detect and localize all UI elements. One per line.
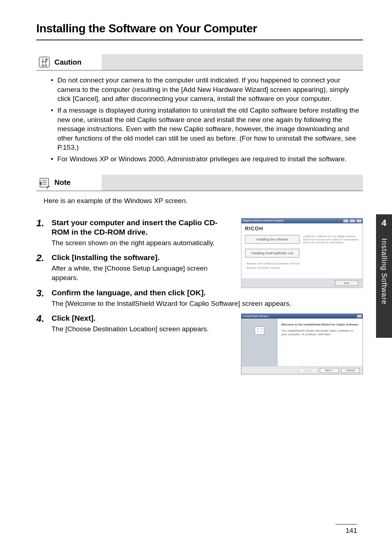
note-icon <box>36 175 52 191</box>
next-button[interactable]: Next > <box>320 368 339 373</box>
wizard-heading: Welcome to the InstallShield Wizard for … <box>281 323 359 326</box>
caution-icon <box>36 54 52 70</box>
caution-item: For Windows XP or Windows 2000, Administ… <box>51 154 363 164</box>
step-4: 4 Click [Next]. The [Choose Destination … <box>36 313 233 334</box>
caution-header: Caution <box>36 54 363 70</box>
step-desc: The screen shown on the right appears au… <box>52 238 233 248</box>
step-title: Start your computer and insert the Capli… <box>52 218 233 237</box>
wizard-body-text: The InstallShield® Wizard will install C… <box>281 329 359 336</box>
install-software-desc: Install the software for the digital cam… <box>303 235 359 244</box>
chapter-title: Installing Software <box>380 238 388 304</box>
svg-point-3 <box>42 65 44 66</box>
caution-label: Caution <box>52 58 81 66</box>
exit-button[interactable]: Exit <box>335 280 358 286</box>
chapter-tab: 4 Installing Software <box>376 214 392 338</box>
step-number: 3 <box>36 288 52 308</box>
step-desc: After a while, the [Choose Setup Languag… <box>52 264 233 282</box>
step-title: Click [Installing the software]. <box>52 253 233 262</box>
steps-list: 1 Start your computer and insert the Cap… <box>36 218 363 374</box>
step-2: 2 Click [Installing the software]. After… <box>36 253 233 283</box>
page-number: 141 <box>335 524 357 535</box>
svg-rect-0 <box>39 57 49 67</box>
minimize-icon[interactable] <box>343 219 349 223</box>
step-number: 1 <box>36 218 52 248</box>
browse-cdrom-link[interactable]: Browse CD-ROM Content <box>246 266 359 270</box>
brand-label: RICOH <box>245 226 359 231</box>
back-button: < Back <box>299 368 318 373</box>
window-title: Digital camera software installer <box>241 219 343 222</box>
maximize-icon[interactable] <box>350 219 355 223</box>
step-title: Confirm the language, and then click [OK… <box>52 288 363 297</box>
caution-list: Do not connect your camera to the comput… <box>36 76 363 175</box>
step-1: 1 Start your computer and insert the Cap… <box>36 218 233 248</box>
note-label: Note <box>52 178 70 187</box>
svg-point-6 <box>46 59 48 60</box>
svg-point-4 <box>45 65 46 66</box>
step-number: 2 <box>36 253 52 283</box>
note-text: Here is an example of the Windows XP scr… <box>36 196 363 214</box>
chapter-number: 4 <box>381 218 386 228</box>
install-software-button[interactable]: Installing the software <box>245 235 299 244</box>
install-desktopbinder-button[interactable]: Installing DeskTopBinder Lite <box>245 249 299 258</box>
cancel-button[interactable]: Cancel <box>341 368 360 373</box>
installer-screenshot: Digital camera software installer RICOH … <box>241 218 363 288</box>
step-title: Click [Next]. <box>52 313 233 323</box>
wizard-icon: ⛶ <box>255 327 264 335</box>
close-icon[interactable] <box>356 219 362 223</box>
browse-manual-link[interactable]: Browse User's Manual (Software Version) <box>246 262 359 265</box>
note-header: Note <box>36 175 363 191</box>
window-title: InstallShield Wizard <box>243 315 268 318</box>
wizard-screenshot: InstallShield Wizard ⛶ Welcome to the In… <box>241 313 363 374</box>
step-3: 3 Confirm the language, and then click [… <box>36 288 363 308</box>
caution-item: If a message is displayed during install… <box>51 106 363 152</box>
step-number: 4 <box>36 313 52 334</box>
step-desc: The [Choose Destination Location] screen… <box>52 324 233 334</box>
close-icon[interactable] <box>357 315 362 318</box>
step-desc: The [Welcome to the InstallShield Wizard… <box>52 299 363 308</box>
caution-item: Do not connect your camera to the comput… <box>51 76 363 104</box>
page-title: Installing the Software on Your Computer <box>36 22 363 40</box>
